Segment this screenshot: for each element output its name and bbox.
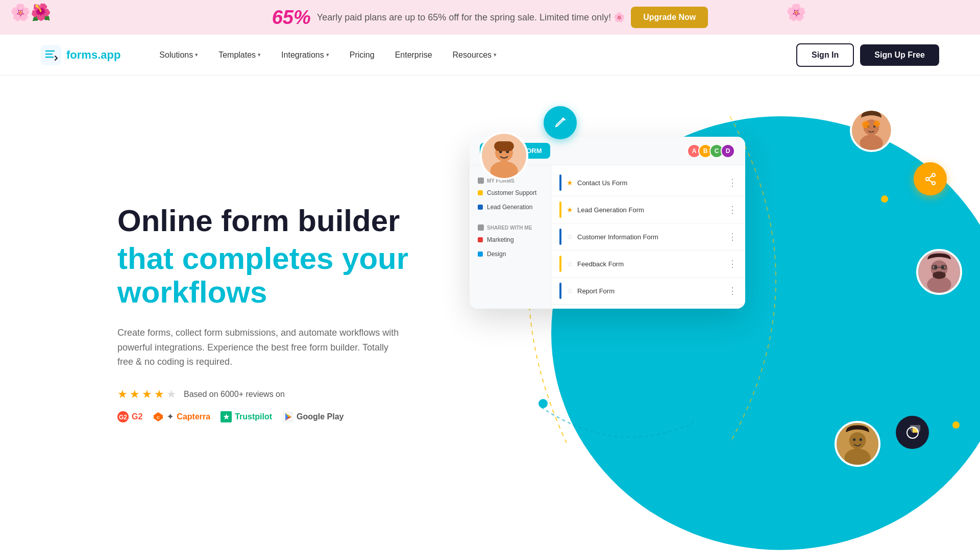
chart-float-button[interactable] — [896, 416, 929, 449]
reviews-text: Based on 6000+ reviews on — [184, 390, 285, 399]
pencil-icon — [553, 115, 568, 131]
svg-text:★: ★ — [223, 413, 230, 421]
googleplay-logo[interactable]: Google Play — [282, 411, 344, 422]
flower-left-decoration: 🌸🌺 — [10, 3, 51, 22]
star-5: ★ — [166, 388, 177, 401]
svg-point-31 — [880, 433, 884, 436]
form-star-4[interactable]: ☆ — [567, 260, 573, 268]
form-name-1: Contact Us Form — [577, 179, 728, 187]
share-icon — [923, 172, 938, 186]
trustpilot-logo[interactable]: ★ Trustpilot — [220, 411, 272, 422]
form-name-5: Report Form — [577, 287, 728, 295]
reviews-row: ★ ★ ★ ★ ★ Based on 6000+ reviews on — [117, 388, 464, 401]
star-2: ★ — [130, 388, 140, 401]
form-indicator-5 — [559, 283, 561, 299]
avatar-woman-smiling — [480, 132, 528, 180]
capterra-logo[interactable]: C ✦Capterra — [153, 411, 210, 422]
hero-description: Create forms, collect form submissions, … — [117, 325, 403, 369]
discount-percent: 65% — [272, 7, 311, 29]
chart-icon — [905, 425, 920, 440]
nav-actions: Sign In Sign Up Free — [796, 43, 939, 67]
svg-point-33 — [932, 173, 935, 177]
form-name-2: Lead Generation Form — [577, 206, 728, 214]
svg-point-53 — [849, 432, 866, 449]
svg-point-32 — [887, 433, 890, 436]
svg-point-28 — [880, 427, 884, 430]
form-star-1[interactable]: ★ — [567, 179, 573, 187]
svg-rect-67 — [478, 224, 484, 231]
nav-integrations[interactable]: Integrations▾ — [273, 46, 337, 64]
hero-content: Online form builder that completes your … — [117, 204, 464, 422]
star-4: ★ — [154, 388, 164, 401]
form-indicator-1 — [559, 174, 561, 191]
svg-point-47 — [860, 135, 883, 152]
yellow-dot-1 — [881, 195, 888, 203]
form-star-5[interactable]: ☆ — [567, 287, 573, 295]
form-row-lead-gen[interactable]: ★ Lead Generation Form ⋮ — [551, 196, 745, 223]
signin-button[interactable]: Sign In — [796, 43, 854, 67]
avatar-woman-oranges — [850, 109, 893, 152]
nav-enterprise[interactable]: Enterprise — [387, 46, 440, 64]
logo-text: forms.app — [66, 48, 120, 62]
sidebar-dot-2 — [478, 205, 483, 210]
form-star-3[interactable]: ☆ — [567, 233, 573, 241]
trustpilot-icon: ★ — [220, 411, 232, 422]
flower-right-decoration: 🌸 — [786, 3, 806, 22]
form-indicator-2 — [559, 202, 561, 218]
g2-icon: G2 — [117, 411, 129, 422]
svg-rect-0 — [41, 45, 61, 65]
avatar-man-beard — [916, 249, 962, 295]
logo-icon — [41, 45, 61, 65]
sidebar-design[interactable]: Design — [470, 247, 551, 261]
form-row-customer-info[interactable]: ☆ Customer Information Form ⋮ — [551, 223, 745, 251]
svg-rect-44 — [494, 141, 514, 151]
banner-text: Yearly paid plans are up to 65% off for … — [317, 12, 625, 23]
form-more-3[interactable]: ⋮ — [728, 231, 737, 242]
share-float-button[interactable] — [914, 162, 947, 195]
signup-button[interactable]: Sign Up Free — [860, 44, 939, 66]
g2-logo[interactable]: G2 G2 — [117, 411, 142, 422]
form-star-2[interactable]: ★ — [567, 206, 573, 214]
sidebar-customer-support[interactable]: Customer Support — [470, 186, 551, 200]
form-more-5[interactable]: ⋮ — [728, 285, 737, 296]
nav-solutions[interactable]: Solutions▾ — [151, 46, 206, 64]
svg-line-36 — [929, 176, 932, 178]
app-forms-list: ★ Contact Us Form ⋮ ★ Lead Generation Fo… — [551, 165, 745, 309]
nav-pricing[interactable]: Pricing — [341, 46, 383, 64]
upgrade-now-button[interactable]: Upgrade Now — [631, 7, 708, 28]
yellow-dot-2 — [952, 421, 960, 429]
svg-point-35 — [926, 178, 929, 181]
capterra-icon: C — [153, 411, 164, 422]
edit-float-button[interactable] — [544, 106, 577, 139]
nav-templates[interactable]: Templates▾ — [210, 46, 269, 64]
avatar-4: D — [721, 144, 735, 158]
nav-resources[interactable]: Resources▾ — [445, 46, 505, 64]
sidebar-marketing[interactable]: Marketing — [470, 233, 551, 247]
promo-banner: 🌸🌺 65% Yearly paid plans are up to 65% o… — [0, 0, 980, 35]
navbar: forms.app Solutions▾ Templates▾ Integrat… — [0, 35, 980, 76]
form-row-report[interactable]: ☆ Report Form ⋮ — [551, 278, 745, 305]
svg-point-55 — [853, 438, 855, 441]
sidebar-dot-4 — [478, 252, 483, 257]
form-more-1[interactable]: ⋮ — [728, 177, 737, 188]
sidebar-dot-3 — [478, 237, 483, 242]
svg-point-56 — [860, 438, 862, 441]
sidebar-lead-generation[interactable]: Lead Generation — [470, 200, 551, 214]
svg-text:G2: G2 — [119, 414, 127, 421]
svg-point-51 — [874, 120, 880, 127]
svg-point-25 — [880, 420, 884, 423]
sidebar-dot-1 — [478, 190, 483, 195]
form-row-feedback[interactable]: ☆ Feedback Form ⋮ — [551, 251, 745, 278]
hero-subtitle: that completes your workflows — [117, 242, 464, 309]
svg-point-24 — [874, 420, 877, 423]
form-more-4[interactable]: ⋮ — [728, 258, 737, 269]
form-more-2[interactable]: ⋮ — [728, 204, 737, 215]
svg-line-37 — [929, 180, 932, 182]
form-row-contact-us[interactable]: ★ Contact Us Form ⋮ — [551, 169, 745, 196]
svg-rect-66 — [478, 178, 484, 184]
logo-link[interactable]: forms.app — [41, 45, 120, 65]
form-name-3: Customer Information Form — [577, 233, 728, 241]
svg-point-54 — [844, 448, 870, 467]
avatar-group: A B C D — [690, 144, 735, 158]
avatar-woman-bottom — [835, 421, 880, 467]
